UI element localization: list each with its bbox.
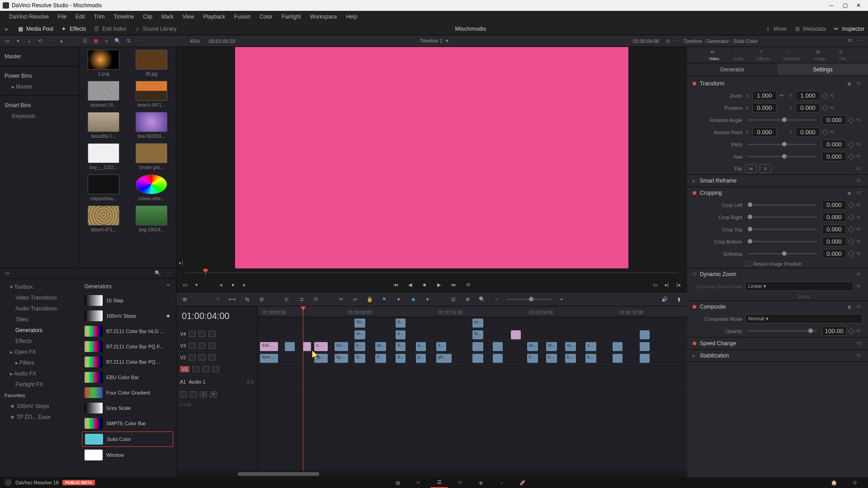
inspector-tab-file[interactable]: ⊞File [839,49,846,61]
clip[interactable] [511,330,521,339]
more4-icon[interactable]: ⋯ [857,38,864,45]
timeline-timecode[interactable]: 01:00:04:00 [176,306,257,328]
opacity-input[interactable] [822,326,846,336]
subtab-generator[interactable]: Generator [687,63,778,75]
lock-icon[interactable]: 🔒 [365,295,374,304]
fx-effects[interactable]: Effects [3,336,76,347]
trim-tool[interactable]: ⟷ [228,295,237,304]
crop-left-input[interactable] [822,200,846,210]
subtab-settings[interactable]: Settings [778,63,868,75]
flip-h-button[interactable]: ⇋ [745,164,757,173]
menu-clip[interactable]: Clip [138,14,157,20]
play-button[interactable]: ▶ [435,281,443,289]
retain-position-checkbox[interactable] [745,261,750,267]
first-frame-button[interactable]: ⏮ [392,281,400,289]
track-v2[interactable]: Soli... o... So... b... sc... S... s... … [258,341,687,352]
media-thumb[interactable]: bee-561801... [130,112,173,139]
pitch-input[interactable] [822,140,846,149]
record-icon[interactable]: ● [58,38,65,45]
menu-color[interactable]: Color [255,14,277,20]
section-transform[interactable]: Transform [700,80,724,87]
clip[interactable]: p... [416,354,426,363]
more3-icon[interactable]: ⋯ [672,38,679,45]
chevron-down-icon[interactable]: ▾ [423,295,432,304]
clip[interactable]: So... [335,342,348,351]
clip[interactable]: lig... [314,354,328,363]
prev-frame-button[interactable]: ◀ [406,281,414,289]
tl-view-icon[interactable]: ⊞ [180,295,189,304]
ease-select[interactable]: Linear ▾ [745,282,854,291]
meter-icon[interactable]: ▮ [675,295,684,304]
section-speed-change[interactable]: Speed Change [700,340,736,347]
clip[interactable]: S... [396,342,406,351]
timeline-name[interactable]: Timeline 1 [420,38,442,43]
chevron-down-icon[interactable]: ▾ [14,38,22,45]
section-stabilization[interactable]: Stabilization [700,352,729,359]
track-header-v1[interactable]: V1 [176,363,257,375]
maximize-button[interactable]: ▢ [838,1,852,10]
track-a1-controls[interactable]: S M [176,389,257,400]
media-thumb[interactable]: dog-18014... [130,206,173,232]
fx-fav-100mv[interactable]: ★ 100mV Steps [3,401,76,412]
softness-slider[interactable] [748,253,816,254]
blade-icon[interactable]: ✂ [336,295,345,304]
page-media[interactable]: ▦ [389,477,406,488]
generator-item[interactable]: BT.2111 Color Bar HLG ... [82,324,173,338]
generator-item[interactable]: 100mV Steps★ [82,309,173,323]
generator-item[interactable]: Solid Color [82,432,173,447]
menu-trim[interactable]: Trim [90,14,109,20]
viewer-zoom[interactable]: 45% [190,38,200,44]
lock-track-button[interactable] [189,331,196,337]
marker-icon[interactable]: ◆ [409,295,418,304]
prev-edit-icon[interactable]: ◂ [217,281,225,289]
fx-video-transitions[interactable]: Video Transitions [3,292,76,303]
tab-edit-index[interactable]: ☰ Edit Index [94,26,127,32]
clip[interactable] [472,354,483,363]
clip[interactable]: lig... [335,354,348,363]
section-enable-dot[interactable] [693,82,696,85]
clip[interactable] [613,342,623,351]
clip[interactable] [493,354,503,363]
fx-search-icon[interactable]: 🔍 [154,270,161,277]
yaw-input[interactable] [822,152,846,161]
stop-button[interactable]: ■ [420,281,429,289]
fx-panel-icon[interactable]: ▭ [4,270,11,277]
dynamic-trim-tool[interactable]: ⇆ [242,295,251,304]
lock-audio-button[interactable] [180,391,187,398]
clip[interactable]: Scre... [260,354,278,363]
expand-inspector-icon[interactable]: ⇱ [846,38,854,45]
clip[interactable] [613,354,623,363]
flip-v-button[interactable]: ⥮ [760,164,771,173]
zoom-tool-icon[interactable]: ⊕ [463,295,472,304]
fx-audio-transitions[interactable]: Audio Transitions [3,303,76,314]
clip[interactable]: s... [585,342,596,351]
crop-right-input[interactable] [822,212,846,222]
generator-item[interactable]: Window [82,448,173,462]
media-thumb[interactable]: beautiful-1... [82,112,125,139]
page-edit[interactable]: ☰ [431,477,448,488]
clip[interactable]: sc... [546,342,557,351]
tab-metadata[interactable]: ⊞ Metadata [794,26,826,32]
clip[interactable]: S... [396,354,406,363]
generator-item[interactable]: EBU Color Bar [82,370,173,385]
replace-clip-icon[interactable]: ⊓ [311,295,320,304]
clip[interactable] [640,330,650,339]
fx-fav-tpzo[interactable]: ★ TP ZO... Ease [3,412,76,422]
bin-master[interactable]: Master [5,51,75,62]
insert-clip-icon[interactable]: ⊏ [282,295,291,304]
blade-tool[interactable]: ⊟ [257,295,266,304]
import-icon[interactable]: ⤓ [25,38,33,45]
menu-timeline[interactable]: Timeline [109,14,138,20]
clip[interactable]: b... [375,354,386,363]
clip[interactable]: b... [546,354,557,363]
home-icon[interactable]: 🏠 [826,477,843,488]
track-header-v3[interactable]: V3 [176,340,257,352]
loop-button[interactable]: ⟲ [464,281,472,289]
generator-item[interactable]: Grey Scale [82,401,173,415]
fx-filters[interactable]: ▸ Filters [3,357,76,368]
menu-fusion[interactable]: Fusion [230,14,255,20]
swap-button[interactable]: Swap [745,294,863,299]
jump-out-icon[interactable]: |◂ [675,281,683,289]
section-smart-reframe[interactable]: Smart Reframe [700,178,736,184]
last-frame-button[interactable]: ⏭ [449,281,458,289]
